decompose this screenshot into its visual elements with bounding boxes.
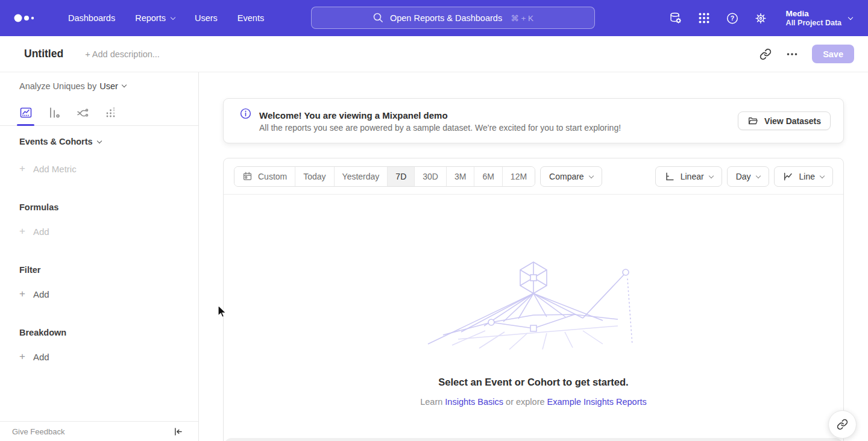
banner-title: Welcome! You are viewing a Mixpanel demo [259,109,621,122]
tab-bar-chart[interactable] [47,105,61,119]
chevron-down-icon [848,14,853,19]
query-builder-sidebar: Analyze Uniques by User [0,72,199,441]
range-yesterday[interactable]: Yesterday [335,167,388,186]
content-area: Analyze Uniques by User [0,72,868,441]
tab-distribution[interactable] [104,105,118,119]
events-cohorts-section: Events & Cohorts + Add Metric Formulas +… [0,137,198,363]
project-name: Media [786,8,841,19]
tab-insights[interactable] [19,105,33,119]
results-table-peek [224,438,843,441]
chevron-down-icon [755,174,760,178]
folder-icon [747,116,758,127]
give-feedback-link[interactable]: Give Feedback [12,427,64,436]
chevron-down-icon [122,83,127,87]
copy-link-icon[interactable] [759,48,772,61]
bar-chart-icon [48,106,61,119]
empty-state-links: Learn Insights Basics or explore Example… [420,397,647,407]
formulas-header: Formulas [19,202,198,212]
calendar-icon [242,171,253,181]
report-actions: Save [759,45,854,63]
insights-chart-card: Custom Today Yesterday 7D 30D 3M 6M 12M … [223,158,844,441]
tab-flows[interactable] [75,105,89,119]
data-management-icon[interactable] [669,11,682,25]
apps-grid-icon[interactable] [697,11,711,25]
search-icon [373,12,384,23]
chevron-down-icon [171,14,175,19]
range-3m[interactable]: 3M [447,167,474,186]
project-scope: All Project Data [786,19,841,28]
sidebar-footer: Give Feedback [0,421,198,441]
chart-type-dropdown[interactable]: Line [774,166,833,187]
range-custom[interactable]: Custom [234,167,295,186]
share-link-fab[interactable] [828,410,857,439]
info-icon [239,107,252,122]
chart-display-controls: Linear Day Line [655,166,833,187]
save-button[interactable]: Save [812,45,854,63]
demo-welcome-banner: Welcome! You are viewing a Mixpanel demo… [223,98,844,143]
chevron-down-icon [708,174,713,178]
filter-header: Filter [19,265,198,275]
add-filter-button[interactable]: + Add [19,288,198,300]
line-chart-icon [783,171,794,182]
report-description-placeholder[interactable]: + Add description... [85,49,160,59]
compare-button[interactable]: Compare [540,166,602,187]
range-12m[interactable]: 12M [503,167,535,186]
dots-grid-icon [104,106,118,119]
link-icon [837,419,848,430]
range-30d[interactable]: 30D [415,167,447,186]
add-breakdown-button[interactable]: + Add [19,351,198,363]
search-shortcut: ⌘ + K [511,13,533,23]
help-icon[interactable]: ? [726,11,739,25]
primary-nav: Dashboards Reports Users Events [48,13,264,23]
view-datasets-button[interactable]: View Datasets [738,111,831,130]
report-canvas: Welcome! You are viewing a Mixpanel demo… [199,72,868,441]
chevron-down-icon [588,174,593,178]
add-formula-button[interactable]: + Add [19,225,198,237]
project-selector[interactable]: Media All Project Data [786,8,852,28]
insights-basics-link[interactable]: Insights Basics [445,397,503,407]
top-nav: Dashboards Reports Users Events Open Rep… [0,0,868,36]
example-reports-link[interactable]: Example Insights Reports [547,397,647,407]
line-chart-icon [19,106,33,119]
more-options-icon[interactable] [785,48,799,61]
visualization-tabs [0,99,198,126]
mixpanel-app: Dashboards Reports Users Events Open Rep… [0,0,868,441]
nav-item-dashboards[interactable]: Dashboards [68,13,115,23]
chevron-down-icon [96,138,101,143]
scale-dropdown[interactable]: Linear [655,166,722,187]
interval-dropdown[interactable]: Day [727,166,769,187]
range-7d[interactable]: 7D [388,167,415,186]
nav-item-users[interactable]: Users [195,13,218,23]
svg-text:?: ? [730,14,734,22]
plus-icon: + [19,163,25,175]
report-header: Untitled + Add description... Save [0,36,868,72]
analyze-label: Analyze Uniques by [19,81,96,91]
banner-text: Welcome! You are viewing a Mixpanel demo… [259,109,621,133]
flows-icon [76,106,89,119]
empty-state-illustration [419,255,648,350]
empty-state-title: Select an Event or Cohort to get started… [438,377,628,388]
search-placeholder: Open Reports & Dashboards [390,13,502,23]
empty-state: Select an Event or Cohort to get started… [224,195,843,407]
analyze-uniques-row: Analyze Uniques by User [0,72,198,99]
axes-icon [664,171,675,182]
settings-gear-icon[interactable] [754,11,767,25]
collapse-sidebar-icon[interactable] [173,427,183,437]
chevron-down-icon [820,174,825,178]
analyze-by-dropdown[interactable]: User [99,81,126,91]
add-metric-button[interactable]: + Add Metric [19,163,198,175]
breakdown-header: Breakdown [19,328,198,337]
global-search-input[interactable]: Open Reports & Dashboards ⌘ + K [311,7,595,29]
events-cohorts-header[interactable]: Events & Cohorts [19,137,198,146]
nav-item-reports[interactable]: Reports [135,13,175,23]
chart-toolbar: Custom Today Yesterday 7D 30D 3M 6M 12M … [224,158,843,195]
mixpanel-logo-icon[interactable] [13,13,36,23]
range-today[interactable]: Today [295,167,334,186]
nav-item-events[interactable]: Events [237,13,264,23]
date-range-selector: Custom Today Yesterday 7D 30D 3M 6M 12M [234,166,535,187]
report-title[interactable]: Untitled [24,48,63,60]
plus-icon: + [19,225,25,237]
range-6m[interactable]: 6M [474,167,502,186]
banner-subtitle: All the reports you see are powered by a… [259,123,621,133]
nav-utilities: ? Media All Project Data [669,0,852,36]
